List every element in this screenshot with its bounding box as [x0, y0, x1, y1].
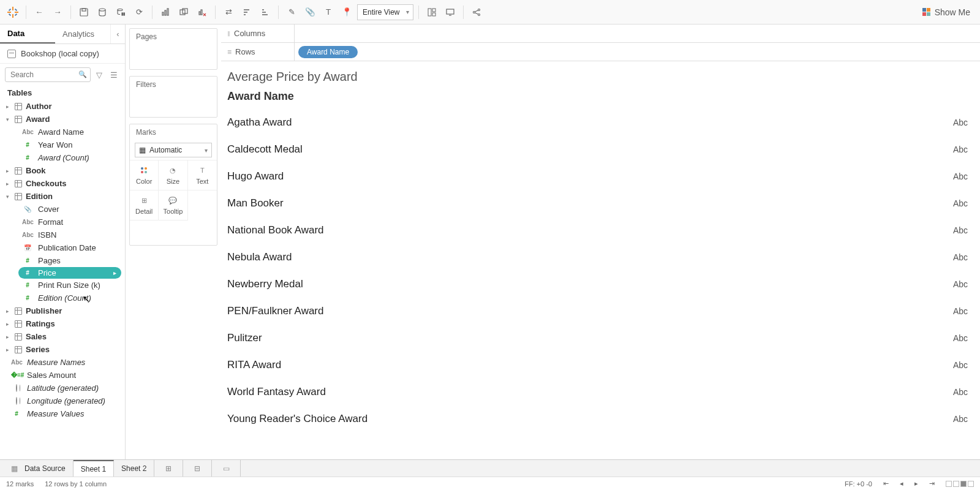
table-author[interactable]: ▸Author [0, 100, 125, 113]
collapse-panel-icon[interactable]: ‹ [110, 24, 125, 43]
status-bar: 12 marks 12 rows by 1 column FF: +0 -0 ⇤… [0, 477, 980, 490]
tab-data[interactable]: Data [0, 24, 55, 43]
field-pages[interactable]: #Pages [0, 254, 125, 267]
mark-tooltip[interactable]: 💬Tooltip [159, 190, 187, 221]
save-icon[interactable] [76, 4, 92, 20]
field-format[interactable]: AbcFormat [0, 216, 125, 228]
swap-icon[interactable]: ⇄ [221, 4, 236, 20]
pin-icon[interactable]: 📍 [339, 4, 355, 20]
duplicate-icon[interactable] [176, 4, 192, 20]
show-cards-icon[interactable] [424, 4, 440, 20]
table-series[interactable]: ▸Series [0, 343, 125, 356]
logo-icon[interactable] [5, 4, 21, 20]
field-cover[interactable]: 📎Cover [0, 203, 125, 216]
view-row[interactable]: National Book AwardAbc [227, 217, 980, 244]
mark-detail[interactable]: ⊞Detail [130, 190, 159, 221]
tab-analytics[interactable]: Analytics [55, 24, 110, 43]
table-publisher[interactable]: ▸Publisher [0, 304, 125, 317]
nav-prev-icon[interactable]: ◂ [900, 480, 903, 488]
view-row[interactable]: Agatha AwardAbc [227, 109, 980, 136]
table-sales[interactable]: ▸Sales [0, 330, 125, 343]
pages-card[interactable]: Pages [129, 28, 217, 70]
datasource-row[interactable]: Bookshop (local copy) [0, 44, 125, 64]
field-award-name[interactable]: AbcAward Name [0, 126, 125, 138]
refresh-icon[interactable]: ⟳ [131, 4, 147, 20]
field-isbn[interactable]: AbcISBN [0, 228, 125, 241]
view-row[interactable]: RITA AwardAbc [227, 352, 980, 379]
view-row[interactable]: Hugo AwardAbc [227, 163, 980, 190]
view-row[interactable]: PEN/Faulkner AwardAbc [227, 298, 980, 325]
presentation-icon[interactable] [442, 4, 458, 20]
svg-point-32 [478, 9, 480, 10]
search-input[interactable]: 🔍 [5, 67, 91, 82]
field-measure-names[interactable]: AbcMeasure Names [0, 356, 125, 369]
svg-rect-6 [9, 13, 11, 15]
tab-sheet2[interactable]: Sheet 2 [114, 460, 154, 477]
filters-card[interactable]: Filters [129, 76, 217, 118]
table-checkouts[interactable]: ▸Checkouts [0, 177, 125, 190]
table-book[interactable]: ▸Book [0, 164, 125, 177]
svg-rect-23 [244, 9, 249, 10]
nav-first-icon[interactable]: ⇤ [883, 480, 889, 488]
new-dashboard-icon[interactable]: ⊟ [183, 460, 212, 477]
table-award[interactable]: ▾Award [0, 113, 125, 126]
field-edition-count[interactable]: #Edition (Count) [0, 292, 125, 304]
data-panel: Data Analytics ‹ Bookshop (local copy) 🔍… [0, 24, 126, 459]
show-me-button[interactable]: Show Me [918, 4, 975, 20]
field-measure-values[interactable]: #Measure Values [0, 407, 125, 420]
filter-icon[interactable]: ▽ [93, 69, 105, 81]
rows-shelf[interactable]: ≡Rows Award Name [221, 43, 980, 61]
attach-icon[interactable]: 📎 [302, 4, 318, 20]
field-sales-amount[interactable]: �=#Sales Amount [0, 369, 125, 382]
table-edition[interactable]: ▾Edition [0, 190, 125, 203]
nav-next-icon[interactable]: ▸ [914, 480, 918, 488]
field-longitude[interactable]: Longitude (generated) [0, 394, 125, 407]
field-pub-date[interactable]: 📅Publication Date [0, 241, 125, 254]
view-row[interactable]: PulitzerAbc [227, 325, 980, 352]
new-worksheet-icon[interactable] [157, 4, 173, 20]
view-row[interactable]: Young Reader's Choice AwardAbc [227, 405, 980, 432]
view-row[interactable]: Man BookerAbc [227, 190, 980, 217]
tab-sheet1[interactable]: Sheet 1 [74, 460, 114, 477]
mark-size[interactable]: ◔Size [159, 160, 187, 190]
pause-updates-icon[interactable] [113, 4, 129, 20]
share-icon[interactable] [469, 4, 484, 20]
view-row[interactable]: Nebula AwardAbc [227, 244, 980, 271]
field-price[interactable]: #Price [18, 267, 121, 279]
column-header: Award Name [227, 88, 980, 109]
back-icon[interactable]: ← [31, 4, 47, 20]
tab-data-source[interactable]: ▦Data Source [0, 460, 74, 477]
pill-award-name[interactable]: Award Name [298, 46, 358, 58]
svg-rect-7 [15, 13, 17, 15]
field-award-count[interactable]: #Award (Count) [0, 151, 125, 164]
fit-selector[interactable]: Entire View [357, 4, 413, 20]
columns-shelf[interactable]: ⦀Columns [221, 24, 980, 43]
nav-last-icon[interactable]: ⇥ [929, 480, 935, 488]
view-title[interactable]: Average Price by Award [227, 67, 980, 88]
field-latitude[interactable]: Latitude (generated) [0, 382, 125, 394]
new-story-icon[interactable]: ▭ [212, 460, 241, 477]
table-ratings[interactable]: ▸Ratings [0, 317, 125, 330]
columns-icon: ⦀ [227, 29, 230, 38]
new-datasource-icon[interactable] [94, 4, 110, 20]
mark-type-selector[interactable]: ▦ Automatic [135, 143, 212, 157]
clear-icon[interactable] [194, 4, 210, 20]
highlight-icon[interactable]: ✎ [284, 4, 300, 20]
mark-color[interactable]: Color [130, 160, 159, 190]
view-mode-icon[interactable]: ☰ [108, 69, 120, 81]
sort-desc-icon[interactable] [257, 4, 273, 20]
svg-rect-16 [167, 9, 168, 15]
field-print-run[interactable]: #Print Run Size (k) [0, 279, 125, 292]
view-row[interactable]: Caldecott MedalAbc [227, 136, 980, 163]
mark-text[interactable]: TText [188, 160, 217, 190]
svg-rect-0 [12, 7, 13, 10]
new-sheet-icon[interactable]: ⊞ [154, 460, 183, 477]
sort-asc-icon[interactable] [239, 4, 255, 20]
view-row[interactable]: World Fantasy AwardAbc [227, 379, 980, 405]
field-year-won[interactable]: #Year Won [0, 138, 125, 151]
view-mode-cells[interactable] [946, 481, 974, 487]
view-row[interactable]: Newberry MedalAbc [227, 271, 980, 298]
text-icon[interactable]: T [320, 4, 336, 20]
status-dims: 12 rows by 1 column [45, 480, 107, 488]
forward-icon[interactable]: → [50, 4, 66, 20]
